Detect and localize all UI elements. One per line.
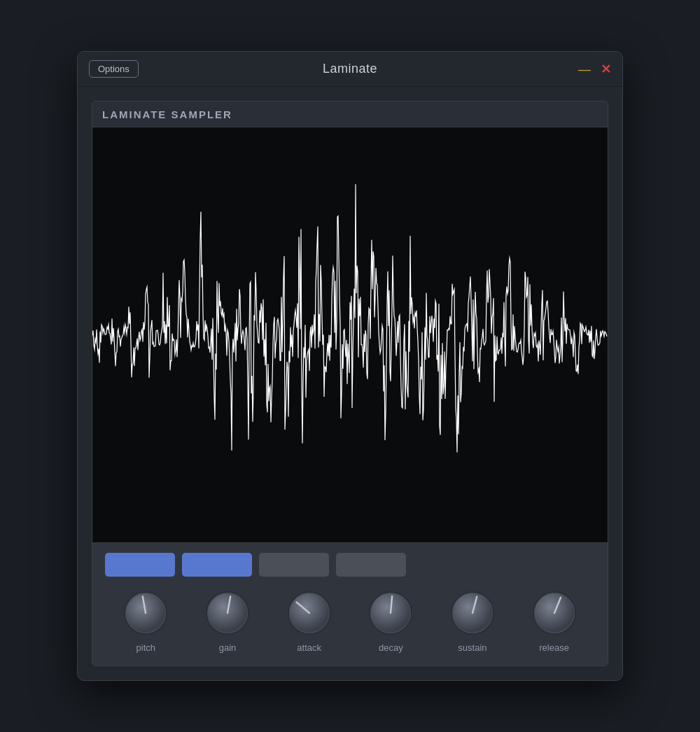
knob-container-pitch: pitch xyxy=(122,589,169,653)
button-4[interactable] xyxy=(336,553,406,577)
plugin-title: LAMINATE SAMPLER xyxy=(102,108,232,120)
title-bar: Options Laminate — ✕ xyxy=(78,52,622,87)
window-title: Laminate xyxy=(323,62,377,76)
knob-pitch[interactable] xyxy=(122,589,169,637)
close-button[interactable]: ✕ xyxy=(601,62,611,77)
waveform-area[interactable]: 328727__hellska__flute_note_tremolo xyxy=(92,127,608,542)
button-1[interactable] xyxy=(105,553,175,577)
buttons-row xyxy=(105,553,595,577)
plugin-body: LAMINATE SAMPLER 328727__hellska__flute_… xyxy=(92,101,608,666)
main-window: Options Laminate — ✕ LAMINATE SAMPLER 32… xyxy=(77,51,623,681)
knob-container-release: release xyxy=(531,589,578,653)
knob-container-attack: attack xyxy=(286,589,333,653)
window-controls: — ✕ xyxy=(578,62,611,77)
knob-release[interactable] xyxy=(531,589,578,637)
knob-label-pitch: pitch xyxy=(136,642,155,653)
knob-label-attack: attack xyxy=(297,642,321,653)
button-2[interactable] xyxy=(182,553,252,577)
knob-label-decay: decay xyxy=(379,642,403,653)
button-3[interactable] xyxy=(259,553,329,577)
knob-decay[interactable] xyxy=(367,589,414,637)
controls-area: pitch xyxy=(92,542,608,666)
knob-label-release: release xyxy=(539,642,569,653)
options-button[interactable]: Options xyxy=(89,60,139,78)
knobs-row: pitch xyxy=(105,589,595,653)
minimize-button[interactable]: — xyxy=(578,63,591,76)
knob-label-gain: gain xyxy=(219,642,237,653)
knob-attack[interactable] xyxy=(286,589,333,637)
waveform-canvas xyxy=(92,127,608,542)
plugin-header: LAMINATE SAMPLER xyxy=(92,101,608,127)
knob-sustain[interactable] xyxy=(449,589,496,637)
knob-container-sustain: sustain xyxy=(449,589,496,653)
knob-gain[interactable] xyxy=(204,589,251,637)
knob-label-sustain: sustain xyxy=(458,642,486,653)
knob-container-decay: decay xyxy=(367,589,414,653)
knob-container-gain: gain xyxy=(204,589,251,653)
